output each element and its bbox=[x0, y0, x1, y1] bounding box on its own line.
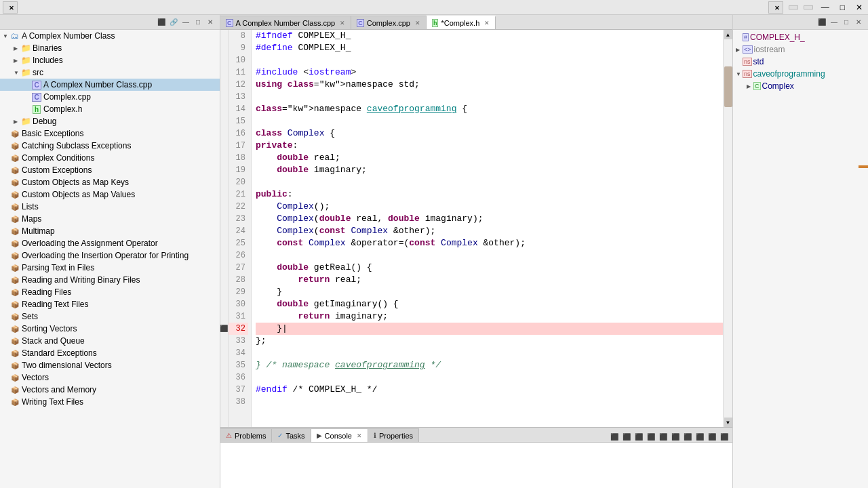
sidebar-item-writing_text_files[interactable]: 📦Writing Text Files bbox=[0, 396, 220, 408]
outline-type-icon: ns bbox=[743, 58, 752, 66]
maximize-icon[interactable]: □ bbox=[837, 3, 848, 12]
sidebar-item-vectors_memory[interactable]: 📦Vectors and Memory bbox=[0, 384, 220, 396]
sidebar-item-reading_files[interactable]: 📦Reading Files bbox=[0, 286, 220, 298]
sidebar-item-sets[interactable]: 📦Sets bbox=[0, 310, 220, 323]
sidebar-item-overloading_insertion[interactable]: 📦Overloading the Insertion Operator for … bbox=[0, 249, 220, 262]
editor-tab-1[interactable]: CComplex.cpp✕ bbox=[351, 16, 427, 29]
stop-icon[interactable]: ⬛ bbox=[633, 431, 644, 442]
sidebar-item-complex_h[interactable]: hComplex.h bbox=[0, 103, 220, 115]
sidebar-item-basic_exceptions[interactable]: 📦Basic Exceptions bbox=[0, 127, 220, 140]
sidebar-item-includes[interactable]: ▶📁Includes bbox=[0, 54, 220, 66]
minimize-bottom-icon[interactable]: ⬛ bbox=[707, 431, 717, 442]
close-pe-icon[interactable]: ✕ bbox=[9, 5, 14, 12]
sidebar-item-stack_queue[interactable]: 📦Stack and Queue bbox=[0, 335, 220, 347]
bottom-tab-0[interactable]: ⚠Problems bbox=[220, 428, 272, 442]
link-icon[interactable]: 🔗 bbox=[168, 17, 179, 28]
outline-item-1[interactable]: ▶<>iostream bbox=[733, 43, 868, 56]
code-area[interactable]: #ifndef COMPLEX_H_#define COMPLEX_H_#inc… bbox=[252, 30, 723, 427]
error-dot-30 bbox=[220, 298, 227, 310]
make-tab[interactable] bbox=[789, 5, 798, 9]
sidebar-item-reading_writing_binary[interactable]: 📦Reading and Writing Binary Files bbox=[0, 274, 220, 286]
editor-scrollbar[interactable]: ▲ ▼ bbox=[723, 30, 732, 427]
sidebar-item-complex_conditions[interactable]: 📦Complex Conditions bbox=[0, 152, 220, 164]
new-console-icon[interactable]: ⬛ bbox=[646, 431, 656, 442]
top-bar: ✕ ✕ — □ ✕ bbox=[0, 0, 868, 15]
tree-item-label: Basic Exceptions bbox=[22, 129, 83, 138]
outline-item-3[interactable]: ▼nscaveofprogramming bbox=[733, 68, 868, 80]
close-icon[interactable]: ✕ bbox=[853, 3, 865, 12]
sidebar-item-debug[interactable]: ▶📁Debug bbox=[0, 115, 220, 127]
task-tab[interactable] bbox=[804, 5, 813, 9]
sidebar-item-multimap[interactable]: 📦Multimap bbox=[0, 225, 220, 237]
sidebar-item-custom_objects_map_values[interactable]: 📦Custom Objects as Map Values bbox=[0, 188, 220, 201]
sidebar-item-binaries[interactable]: ▶📁Binaries bbox=[0, 42, 220, 54]
minimize-icon[interactable]: — bbox=[818, 3, 832, 12]
type-icon: 📁 bbox=[20, 43, 31, 54]
sidebar-item-standard_exceptions[interactable]: 📦Standard Exceptions bbox=[0, 347, 220, 359]
sidebar-item-reading_text_files[interactable]: 📦Reading Text Files bbox=[0, 298, 220, 310]
tab-close-icon[interactable]: ✕ bbox=[340, 20, 345, 26]
outline-item-0[interactable]: #COMPLEX_H_ bbox=[733, 31, 868, 43]
outline-collapse-icon[interactable]: ⬛ bbox=[816, 17, 827, 28]
sidebar-item-custom_objects_map_keys[interactable]: 📦Custom Objects as Map Keys bbox=[0, 176, 220, 188]
type-icon: 📦 bbox=[9, 299, 20, 310]
error-dot-35 bbox=[220, 359, 227, 371]
outline-type-icon: # bbox=[743, 33, 749, 41]
type-icon: 📦 bbox=[9, 348, 20, 359]
outline-item-4[interactable]: ▶CComplex bbox=[733, 80, 868, 92]
code-line-10 bbox=[256, 54, 723, 66]
sidebar-item-maps[interactable]: 📦Maps bbox=[0, 213, 220, 225]
bottom-tab-1[interactable]: ✓Tasks bbox=[272, 428, 311, 442]
type-icon: 📦 bbox=[9, 177, 20, 188]
scroll-up-icon[interactable]: ▲ bbox=[724, 30, 732, 39]
scroll-down-icon[interactable]: ▼ bbox=[724, 418, 732, 427]
error-dot-13 bbox=[220, 91, 227, 103]
sidebar-item-sorting_vectors[interactable]: 📦Sorting Vectors bbox=[0, 323, 220, 335]
type-icon: 📦 bbox=[9, 336, 20, 346]
tab-close-icon[interactable]: ✕ bbox=[484, 20, 490, 26]
close-outline-icon[interactable]: ✕ bbox=[774, 5, 780, 12]
tab-close-icon[interactable]: ✕ bbox=[415, 20, 420, 26]
project-explorer-tab[interactable]: ✕ bbox=[3, 1, 18, 14]
sidebar-item-lists[interactable]: 📦Lists bbox=[0, 201, 220, 213]
outline-close-icon[interactable]: ✕ bbox=[853, 17, 864, 28]
panel-maximize-icon[interactable]: □ bbox=[193, 17, 203, 28]
outline-item-2[interactable]: nsstd bbox=[733, 56, 868, 68]
sidebar-item-complex_number_class_cpp[interactable]: CA Complex Number Class.cpp bbox=[0, 79, 220, 91]
sidebar-item-overloading_assignment[interactable]: 📦Overloading the Assignment Operator bbox=[0, 237, 220, 249]
editor-tab-0[interactable]: CA Complex Number Class.cpp✕ bbox=[220, 16, 351, 29]
word-wrap-icon[interactable]: ⬛ bbox=[694, 431, 705, 442]
sidebar-item-catching_subclass[interactable]: 📦Catching Subclass Exceptions bbox=[0, 140, 220, 152]
type-icon: h bbox=[31, 104, 42, 115]
sidebar-item-parsing_text[interactable]: 📦Parsing Text in Files bbox=[0, 262, 220, 274]
line-number-28: 28 bbox=[229, 274, 248, 286]
clear-console-icon[interactable]: ⬛ bbox=[609, 431, 620, 442]
close-bottom-tab-icon[interactable]: ✕ bbox=[357, 432, 362, 439]
sidebar-item-vectors[interactable]: 📦Vectors bbox=[0, 371, 220, 384]
error-dot-33 bbox=[220, 335, 227, 347]
error-dot-16 bbox=[220, 127, 227, 140]
collapse-all-icon[interactable]: ⬛ bbox=[156, 17, 167, 28]
scroll-lock-icon[interactable]: ⬛ bbox=[670, 431, 681, 442]
outline-minimize-icon[interactable]: — bbox=[829, 17, 840, 28]
pin-icon[interactable]: ⬛ bbox=[682, 431, 693, 442]
sidebar-item-complex_cpp[interactable]: CComplex.cpp bbox=[0, 91, 220, 103]
sidebar-item-custom_exceptions[interactable]: 📦Custom Exceptions bbox=[0, 164, 220, 176]
sidebar-item-two_dim_vectors[interactable]: 📦Two dimensional Vectors bbox=[0, 359, 220, 371]
sidebar-item-project[interactable]: ▼🗂A Complex Number Class bbox=[0, 30, 220, 42]
line-number-8: 8 bbox=[229, 30, 248, 42]
scroll-thumb[interactable] bbox=[724, 66, 732, 107]
code-line-28: return real; bbox=[256, 274, 723, 286]
editor-tab-2[interactable]: h*Complex.h✕ bbox=[427, 16, 496, 29]
type-icon: 🗂 bbox=[9, 30, 20, 41]
bottom-tab-3[interactable]: ℹProperties bbox=[368, 428, 419, 442]
bottom-tab-2[interactable]: ▶Console✕ bbox=[311, 428, 368, 442]
panel-close-icon[interactable]: ✕ bbox=[205, 17, 216, 28]
panel-minimize-icon[interactable]: — bbox=[180, 17, 191, 28]
outline-tab[interactable]: ✕ bbox=[768, 1, 783, 14]
copy-icon[interactable]: ⬛ bbox=[658, 431, 669, 442]
outline-maximize-icon[interactable]: □ bbox=[841, 17, 852, 28]
terminate-icon[interactable]: ⬛ bbox=[621, 431, 632, 442]
sidebar-item-src[interactable]: ▼📁src bbox=[0, 66, 220, 79]
maximize-bottom-icon[interactable]: ⬛ bbox=[719, 431, 730, 442]
